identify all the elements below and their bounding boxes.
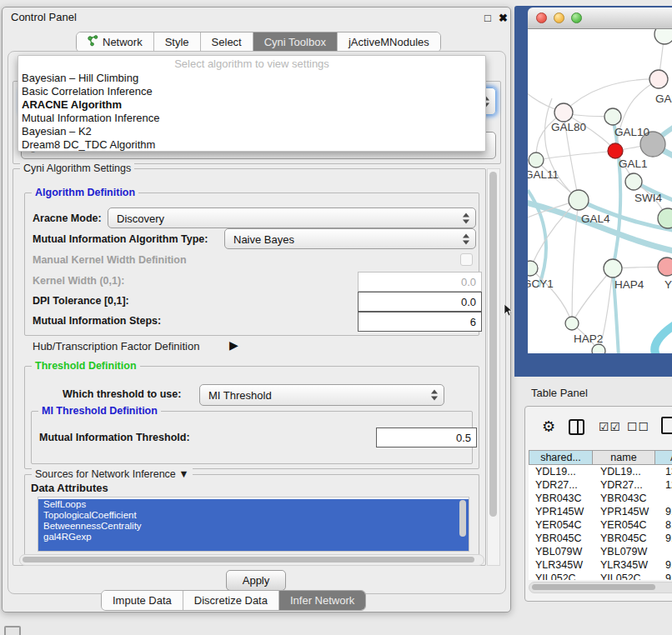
table-panel: ⚙ ☑☑ ☐☐ shared... name A YDL19... YDL19.… <box>524 406 672 602</box>
unchecked-pair-icon[interactable]: ☐☐ <box>627 420 649 433</box>
tab-style-label: Style <box>165 36 189 48</box>
manual-kernel-checkbox[interactable] <box>460 253 473 266</box>
popup-item-dream8[interactable]: Dream8 DC_TDC Algorithm <box>22 138 155 151</box>
node-gcy1[interactable] <box>528 261 538 276</box>
node-gal10[interactable] <box>604 108 621 125</box>
minimize-traffic-icon[interactable] <box>554 12 564 23</box>
table-cell[interactable]: YLR345W <box>600 559 648 571</box>
kernel-width-field[interactable]: 0.0 <box>358 272 482 292</box>
tab-select-label: Select <box>212 36 242 48</box>
table-cell[interactable]: YDR27... <box>600 479 643 491</box>
table-cell[interactable]: YIL052C <box>535 572 576 580</box>
popup-item-bayesian-k2[interactable]: Bayesian – K2 <box>22 125 92 138</box>
settings-vertical-scrollbar[interactable] <box>487 168 500 566</box>
node-gal4[interactable] <box>569 190 589 210</box>
expand-arrow-icon[interactable]: ▶ <box>229 338 238 352</box>
node-hap4[interactable] <box>604 259 622 278</box>
table-cell[interactable]: YLR345W <box>535 559 583 571</box>
hub-definition-label[interactable]: Hub/Transcription Factor Definition <box>33 340 199 352</box>
list-item-topologicalcoefficient[interactable]: TopologicalCoefficient <box>38 510 469 521</box>
checked-pair-icon[interactable]: ☑☑ <box>599 420 621 433</box>
zoom-traffic-icon[interactable] <box>571 12 582 23</box>
file-icon[interactable] <box>661 417 672 434</box>
data-attributes-list[interactable]: SelfLoops TopologicalCoefficient Between… <box>38 497 469 552</box>
table-cell[interactable]: YPR145W <box>600 506 649 518</box>
table-cell[interactable]: 9. <box>665 532 672 544</box>
table-horizontal-scrollbar-thumb[interactable] <box>532 584 655 590</box>
node-partial-bottom[interactable] <box>592 344 605 353</box>
popup-item-aracne[interactable]: ARACNE Algorithm <box>22 98 122 111</box>
table-cell[interactable]: 9. <box>665 559 672 571</box>
node-gal1[interactable] <box>608 143 623 158</box>
table-cell[interactable]: YER054C <box>535 519 582 531</box>
table-cell[interactable]: YDL19... <box>535 466 576 478</box>
gear-icon[interactable]: ⚙ <box>542 418 555 436</box>
collapse-arrow-icon[interactable]: ▼ <box>178 468 188 480</box>
node-gal80[interactable] <box>554 103 573 122</box>
mi-steps-field[interactable]: 6 <box>358 312 482 332</box>
tab-style[interactable]: Style <box>154 32 201 52</box>
column-header-name[interactable]: name <box>593 450 655 465</box>
table-cell[interactable]: YBR043C <box>600 492 647 504</box>
tab-jactivemnodules[interactable]: jActiveMNodules <box>338 32 440 52</box>
popup-item-mutual-information[interactable]: Mutual Information Inference <box>22 112 159 124</box>
table-cell[interactable]: YBR045C <box>600 532 647 544</box>
popup-item-basic-correlation[interactable]: Basic Correlation Inference <box>22 85 153 98</box>
tab-impute-data[interactable]: Impute Data <box>102 591 183 610</box>
node-pink-right[interactable] <box>658 258 672 276</box>
partial-widget[interactable] <box>4 626 21 635</box>
table-cell[interactable]: YER054C <box>600 519 647 531</box>
popup-item-bayesian-hill-climbing[interactable]: Bayesian – Hill Climbing <box>22 72 138 84</box>
network-window-titlebar[interactable] <box>528 8 672 29</box>
table-cell[interactable]: YPR145W <box>535 506 584 518</box>
list-vertical-scrollbar-thumb[interactable] <box>459 500 466 537</box>
which-threshold-combo[interactable]: MI Threshold <box>199 384 444 406</box>
tab-cyni-toolbox[interactable]: Cyni Toolbox <box>253 32 338 52</box>
dpi-tolerance-field[interactable]: 0.0 <box>358 292 482 312</box>
mi-type-combo[interactable]: Naive Bayes <box>224 228 476 249</box>
table-cell[interactable]: 8. <box>665 519 672 531</box>
table-cell[interactable]: YDR27... <box>535 479 578 491</box>
table-cell[interactable]: YIL052C <box>600 572 641 580</box>
table-cell[interactable]: YBL079W <box>535 546 582 558</box>
mi-threshold-label: Mutual Information Threshold: <box>39 432 190 443</box>
tab-select[interactable]: Select <box>201 32 253 52</box>
columns-icon[interactable] <box>569 419 584 435</box>
float-window-icon[interactable]: □ <box>484 12 491 24</box>
node-gal11[interactable] <box>529 152 544 168</box>
table-cell[interactable]: 12 <box>665 479 672 491</box>
table-horizontal-scrollbar[interactable] <box>529 582 672 593</box>
close-window-icon[interactable]: ✖ <box>499 12 508 24</box>
node-gal7[interactable] <box>649 70 668 88</box>
settings-vertical-scrollbar-thumb[interactable] <box>489 172 497 517</box>
table-cell[interactable]: 9. <box>665 506 672 518</box>
table-cell[interactable]: YBR043C <box>535 492 582 504</box>
data-attributes-label: Data Attributes <box>31 482 108 494</box>
table-cell[interactable]: 9. <box>665 572 672 580</box>
column-header-shared-name[interactable]: shared... <box>529 450 593 465</box>
settings-horizontal-scrollbar[interactable] <box>19 554 484 566</box>
tab-discretize-data[interactable]: Discretize Data <box>183 591 279 610</box>
control-panel-titlebar[interactable]: Control Panel □ ✖ <box>3 8 510 28</box>
list-item-betweennesscentrality[interactable]: BetweennessCentrality <box>38 521 469 532</box>
apply-button[interactable]: Apply <box>226 570 286 591</box>
tab-infer-network[interactable]: Infer Network <box>279 591 365 610</box>
node-hap2[interactable] <box>565 317 579 330</box>
node-right-green[interactable] <box>658 208 672 228</box>
table-cell[interactable]: YBL079W <box>600 546 647 558</box>
close-traffic-icon[interactable] <box>536 12 547 23</box>
aracne-mode-combo[interactable]: Discovery <box>108 208 476 228</box>
table-cell[interactable]: YDL19... <box>600 466 641 478</box>
settings-horizontal-scrollbar-thumb[interactable] <box>23 557 474 562</box>
node-partial-top[interactable] <box>654 29 672 44</box>
tab-network[interactable]: Network <box>77 32 154 52</box>
network-canvas[interactable]: GAL GAL80 GAL10 GAL1 GAL11 SWI4 GAL4 GCY… <box>528 29 672 353</box>
list-item-selfloops[interactable]: SelfLoops <box>38 499 469 510</box>
list-item-gal4rgexp[interactable]: gal4RGexp <box>38 532 469 542</box>
mi-threshold-field[interactable]: 0.5 <box>376 428 477 448</box>
table-cell[interactable]: 13 <box>665 466 672 478</box>
table-cell[interactable]: YBR045C <box>535 532 582 544</box>
column-header-partial[interactable]: A <box>655 450 672 465</box>
node-swi4[interactable] <box>625 173 642 190</box>
kernel-width-value: 0.0 <box>461 276 476 288</box>
